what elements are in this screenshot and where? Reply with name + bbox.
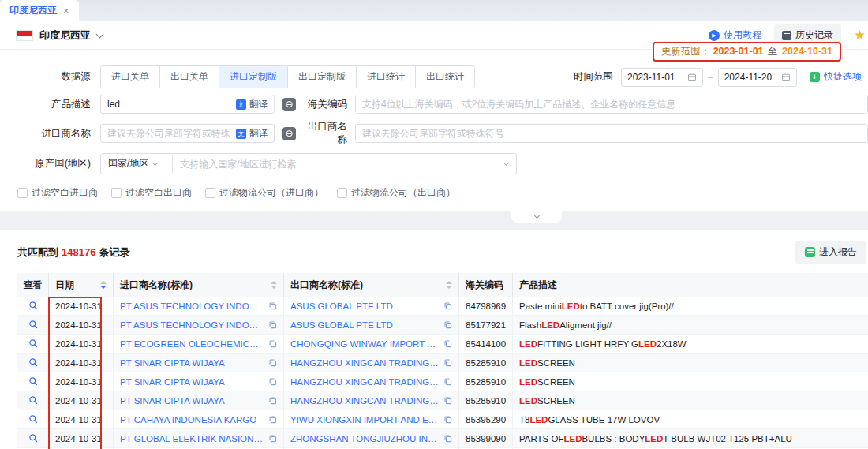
copy-icon[interactable] <box>439 415 452 424</box>
report-label: 进入报告 <box>819 245 857 259</box>
exclude-toggle-icon[interactable]: ⊖ <box>282 127 296 140</box>
checkbox-icon[interactable] <box>17 188 28 198</box>
copy-icon[interactable] <box>264 377 277 386</box>
cell-product-desc: T8 LED GLASS TUBE 17W LOVOV <box>513 410 868 428</box>
filters-row: 过滤空白进口商过滤空白出口商过滤物流公司（进口商）过滤物流公司（出口商） <box>17 186 868 200</box>
checkbox-icon[interactable] <box>111 188 122 198</box>
view-record-button[interactable] <box>17 354 49 372</box>
origin-search-input[interactable] <box>173 159 504 170</box>
summary-suffix: 条记录 <box>99 246 129 258</box>
copy-icon[interactable] <box>439 301 452 310</box>
filter-checkbox[interactable]: 过滤空白进口商 <box>17 186 98 200</box>
data-source-tab[interactable]: 出口定制版 <box>288 66 357 88</box>
data-source-tab[interactable]: 出口统计 <box>416 66 474 88</box>
copy-icon[interactable] <box>439 358 452 367</box>
copy-icon[interactable] <box>439 377 452 386</box>
copy-icon[interactable] <box>439 434 452 443</box>
checkbox-icon[interactable] <box>205 188 215 198</box>
view-record-button[interactable] <box>17 429 49 447</box>
table-row: 2024-10-31PT GLOBAL ELEKTRIK NASIONALZHO… <box>17 429 868 448</box>
copy-icon[interactable] <box>264 320 277 329</box>
copy-icon[interactable] <box>264 301 277 310</box>
cell-importer[interactable]: PT ECOGREEN OLEOCHEMICALS <box>114 335 284 353</box>
grid-icon: + <box>810 72 820 82</box>
copy-icon[interactable] <box>264 434 277 443</box>
cell-exporter[interactable]: ASUS GLOBAL PTE LTD <box>284 316 459 334</box>
copy-icon[interactable] <box>439 396 452 405</box>
filter-label: 过滤空白出口商 <box>125 186 192 200</box>
hs-code-input[interactable] <box>356 95 867 113</box>
cell-importer[interactable]: PT SINAR CIPTA WIJAYA <box>114 354 284 372</box>
translate-button[interactable]: 文 翻译 <box>236 128 274 140</box>
cell-importer[interactable]: PT SINAR CIPTA WIJAYA <box>114 372 284 391</box>
cell-importer[interactable]: PT SINAR CIPTA WIJAYA <box>114 391 284 410</box>
product-desc-label: 产品描述 <box>17 98 91 111</box>
origin-type-select[interactable]: 国家/地区 <box>101 154 173 174</box>
cell-exporter[interactable]: ZHONGSHAN TONGJIUZHOU INTERNA... <box>284 429 459 447</box>
product-desc-input[interactable] <box>101 95 236 113</box>
date-to-input[interactable]: 2024-11-20 <box>718 68 797 87</box>
play-circle-icon: ▶ <box>709 30 720 41</box>
cell-exporter[interactable]: ASUS GLOBAL PTE LTD <box>284 297 459 315</box>
copy-icon[interactable] <box>264 415 277 424</box>
col-exporter[interactable]: 出口商名称(标准) <box>284 273 459 297</box>
chevron-down-icon <box>533 213 539 219</box>
filter-checkbox[interactable]: 过滤空白出口商 <box>111 186 192 200</box>
section-divider <box>0 211 868 230</box>
data-source-tab[interactable]: 出口关单 <box>160 66 219 88</box>
date-from-input[interactable]: 2023-11-01 <box>621 68 703 87</box>
copy-icon[interactable] <box>264 339 277 348</box>
copy-icon[interactable] <box>264 358 277 367</box>
view-record-button[interactable] <box>17 391 49 410</box>
update-range-from: 2023-01-01 <box>713 46 764 57</box>
translate-button[interactable]: 文 翻译 <box>236 99 274 110</box>
collapse-panel-button[interactable] <box>511 211 562 223</box>
cell-exporter[interactable]: CHONGQING WINWAY IMPORT AND E... <box>284 335 459 353</box>
copy-icon[interactable] <box>439 320 452 329</box>
importer-field: 文 翻译 <box>100 124 275 143</box>
close-icon[interactable]: × <box>63 5 69 17</box>
tutorial-link[interactable]: ▶ 使用教程 <box>709 28 761 42</box>
copy-icon[interactable] <box>264 396 277 405</box>
cell-exporter[interactable]: HANGZHOU XINGCAN TRADING CO LTD <box>284 391 459 410</box>
cell-importer[interactable]: PT ASUS TECHNOLOGY INDONESIA BA... <box>114 297 284 315</box>
exclude-toggle-icon[interactable]: ⊖ <box>282 98 296 111</box>
data-source-tab[interactable]: 进口定制版 <box>219 66 288 88</box>
view-record-button[interactable] <box>17 335 49 353</box>
data-source-tab[interactable]: 进口关单 <box>101 66 160 88</box>
page-tab-label: 印度尼西亚 <box>9 4 57 17</box>
cell-importer[interactable]: PT CAHAYA INDONESIA KARGO <box>114 410 284 428</box>
cell-exporter[interactable]: HANGZHOU XINGCAN TRADING CO LTD <box>284 354 459 372</box>
chevron-down-icon[interactable] <box>96 30 104 38</box>
filter-checkbox[interactable]: 过滤物流公司（进口商） <box>205 186 324 200</box>
copy-icon[interactable] <box>439 339 452 348</box>
exporter-input[interactable] <box>356 125 867 142</box>
country-selector[interactable]: 印度尼西亚 <box>39 28 91 43</box>
chevron-down-icon[interactable] <box>503 160 509 166</box>
view-record-button[interactable] <box>17 316 49 334</box>
importer-input[interactable] <box>101 125 236 142</box>
importer-label: 进口商名称 <box>17 127 91 140</box>
col-importer[interactable]: 进口商名称(标准) <box>114 273 284 297</box>
cell-exporter[interactable]: HANGZHOU XINGCAN TRADING CO LTD <box>284 372 459 391</box>
cell-importer[interactable]: PT GLOBAL ELEKTRIK NASIONAL <box>114 429 284 447</box>
enter-report-button[interactable]: 进入报告 <box>795 241 866 264</box>
view-record-button[interactable] <box>17 297 49 315</box>
update-range-label: 更新范围： <box>661 46 711 57</box>
cell-importer[interactable]: PT ASUS TECHNOLOGY INDONESIA BA... <box>114 316 284 334</box>
search-icon <box>28 339 38 350</box>
page-tab-indonesia[interactable]: 印度尼西亚 × <box>0 0 79 21</box>
data-source-tab[interactable]: 进口统计 <box>357 66 416 88</box>
col-date[interactable]: 日期 <box>49 273 114 297</box>
star-icon[interactable]: ★ <box>854 27 865 43</box>
cell-exporter[interactable]: YIWU XIONGXIN IMPORT AND EXPORT... <box>284 410 459 428</box>
results-table: 查看 日期 进口商名称(标准) 出口商名称(标准) 海关编码 产品描述 2024… <box>17 273 868 449</box>
cell-date: 2024-10-31 <box>49 410 114 428</box>
view-record-button[interactable] <box>17 410 49 428</box>
cell-date: 2024-10-31 <box>49 354 114 372</box>
view-record-button[interactable] <box>17 372 49 391</box>
filter-checkbox[interactable]: 过滤物流公司（出口商） <box>337 186 455 200</box>
table-row: 2024-10-31PT ECOGREEN OLEOCHEMICALSCHONG… <box>17 335 868 354</box>
checkbox-icon[interactable] <box>337 188 347 198</box>
quick-options-button[interactable]: + 快捷选项 <box>810 70 862 84</box>
